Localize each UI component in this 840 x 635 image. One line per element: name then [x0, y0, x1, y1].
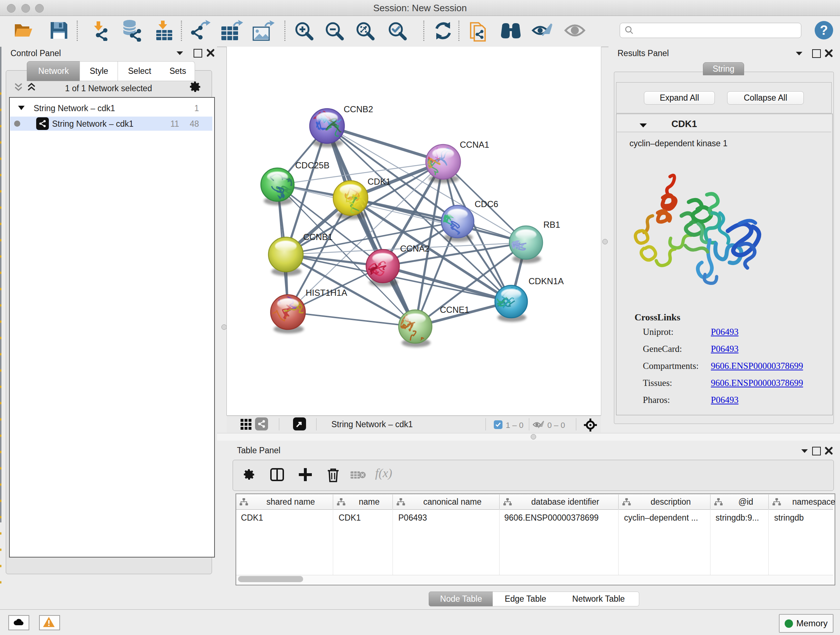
svg-text:CDK1: CDK1 [368, 177, 391, 187]
svg-text:CDC25B: CDC25B [295, 160, 330, 170]
svg-text:RB1: RB1 [543, 220, 561, 230]
svg-text:CCNB1: CCNB1 [303, 232, 332, 242]
svg-text:CDKN1A: CDKN1A [529, 276, 564, 286]
svg-text:CDC6: CDC6 [475, 199, 498, 209]
svg-text:HIST1H1A: HIST1H1A [306, 288, 347, 298]
svg-text:CCNB2: CCNB2 [344, 104, 373, 114]
svg-text:CCNE1: CCNE1 [440, 305, 469, 315]
svg-text:CCNA2: CCNA2 [400, 244, 429, 253]
svg-text:CCNA1: CCNA1 [460, 140, 489, 149]
